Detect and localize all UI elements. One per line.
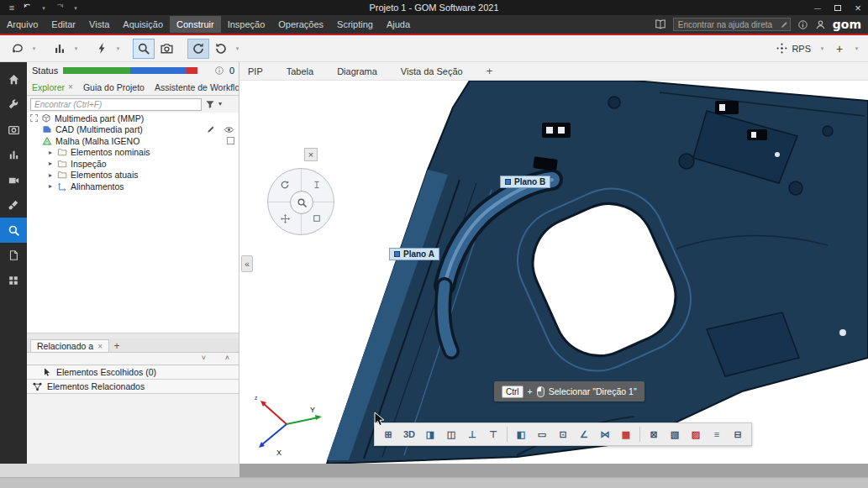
menu-item-vista[interactable]: Vista (82, 16, 116, 33)
construct-plane-3d-fit-button[interactable]: 3D (399, 425, 419, 443)
pan-move-icon[interactable] (279, 213, 291, 224)
filter-funnel-icon[interactable] (205, 99, 215, 109)
construct-plane-angle-button[interactable]: ∠ (574, 425, 594, 443)
histogram-button[interactable] (49, 39, 71, 59)
minimize-button[interactable]: — (808, 0, 828, 15)
close-icon[interactable]: × (97, 342, 103, 351)
tab-vista-da-secao[interactable]: Vista da Seção (401, 66, 463, 76)
undo-button[interactable] (21, 2, 34, 13)
frame-square-icon[interactable] (311, 213, 323, 224)
tab-tabela[interactable]: Tabela (287, 66, 313, 76)
zoom-tool-button[interactable] (133, 39, 155, 59)
measure-ibeam-icon[interactable] (311, 179, 323, 191)
menu-item-ajuda[interactable]: Ajuda (380, 16, 417, 33)
selection-tool-button[interactable] (7, 39, 29, 59)
add-view-dropdown[interactable]: ▾ (852, 39, 861, 59)
help-search-input[interactable] (673, 18, 791, 31)
construct-plane-through-line-button[interactable]: ⊤ (483, 425, 503, 443)
add-view-button[interactable]: + (829, 39, 850, 59)
menu-item-construir[interactable]: Construir (170, 16, 221, 33)
rail-tools-button[interactable] (0, 92, 27, 117)
related-item-escolhidos[interactable]: Elementos Escolhidos (0) (27, 365, 239, 380)
tab-diagrama[interactable]: Diagrama (337, 66, 377, 76)
rps-dropdown[interactable]: ▾ (818, 39, 827, 59)
root-checkbox[interactable] (30, 114, 38, 122)
expand-arrow-icon[interactable]: ▸ (47, 160, 54, 167)
construct-plane-mid-button[interactable]: ◫ (441, 425, 461, 443)
zoom-magnifier-icon[interactable] (290, 191, 313, 214)
feedback-icon[interactable] (797, 19, 808, 30)
flash-capture-dropdown[interactable]: ▾ (113, 39, 123, 59)
expand-arrow-icon[interactable]: ▸ (47, 171, 54, 179)
rail-sensor-button[interactable] (0, 117, 27, 142)
construct-plane-parallel-button[interactable]: ◧ (511, 425, 531, 443)
flash-capture-button[interactable] (91, 39, 113, 59)
selection-tool-dropdown[interactable]: ▾ (29, 39, 39, 59)
construct-plane-section-button[interactable]: ▦ (616, 425, 636, 443)
rail-home-button[interactable] (0, 66, 27, 92)
chevron-down-icon[interactable]: ▾ (218, 101, 222, 108)
rps-button[interactable]: RPS (771, 39, 816, 59)
rail-report-button[interactable] (0, 243, 27, 268)
add-related-tab-button[interactable]: + (109, 340, 124, 352)
tab-assistente-workflow[interactable]: Assistente de Workflo (150, 82, 239, 92)
account-icon[interactable] (815, 19, 826, 30)
construct-plane-intersection-button[interactable]: ⋈ (595, 425, 615, 443)
3d-canvas[interactable]: Plano B Plano A × « (239, 81, 868, 464)
tab-explorer[interactable]: Explorer × (27, 82, 78, 92)
histogram-dropdown[interactable]: ▾ (71, 39, 81, 59)
menu-item-scripting[interactable]: Scripting (330, 16, 380, 33)
info-icon[interactable] (214, 66, 224, 76)
construct-plane-grid-button[interactable]: ⊟ (728, 425, 748, 443)
collapse-panel-button[interactable]: « (241, 255, 253, 272)
add-viewport-tab-button[interactable]: + (487, 65, 493, 77)
redo-button[interactable] (53, 2, 66, 13)
visibility-eye-icon[interactable] (224, 124, 234, 135)
tree-row-root[interactable]: Multimedia part (MMP) (27, 113, 239, 124)
undo-dropdown[interactable]: ▾ (37, 2, 50, 13)
recalculate-button[interactable] (187, 39, 209, 59)
construct-plane-normal-button[interactable]: ▧ (665, 425, 685, 443)
rail-apps-button[interactable] (0, 268, 27, 293)
app-menu-button[interactable]: ≡ (5, 2, 18, 13)
label-plano-b[interactable]: Plano B (500, 176, 550, 188)
rail-inspect-button[interactable] (0, 218, 27, 243)
tree-row-inspecao[interactable]: ▸ Inspeção (27, 158, 239, 170)
navigation-widget[interactable] (267, 168, 334, 235)
construct-plane-offset-button[interactable]: ◨ (420, 425, 440, 443)
horizontal-scrollbar[interactable] (0, 464, 868, 477)
tree-row-elementos-atuais[interactable]: ▸ Elementos atuais (27, 170, 239, 181)
menu-item-inspecao[interactable]: Inspeção (221, 16, 272, 33)
explorer-search-input[interactable] (30, 98, 202, 111)
rail-video-button[interactable] (0, 167, 27, 192)
related-item-relacionados[interactable]: Elementos Relacionados (27, 380, 239, 394)
scrollbar-thumb[interactable] (239, 464, 868, 477)
menu-item-operacoes[interactable]: Operações (271, 16, 330, 33)
menu-item-aquisicao[interactable]: Aquisição (116, 16, 170, 33)
maximize-button[interactable] (828, 0, 848, 15)
tab-pip[interactable]: PIP (248, 66, 263, 76)
construct-plane-projection-button[interactable]: ⊡ (553, 425, 573, 443)
rail-probe-button[interactable] (0, 192, 27, 218)
close-icon[interactable]: × (68, 82, 73, 92)
redo-dropdown[interactable]: ▾ (69, 2, 82, 13)
close-button[interactable]: × (848, 0, 868, 15)
tree-row-elementos-nominais[interactable]: ▸ Elementos nominais (27, 147, 239, 159)
tab-relacionado-a[interactable]: Relacionado a × (30, 339, 109, 352)
construct-plane-mesh-button[interactable]: ▨ (686, 425, 706, 443)
construct-plane-list-button[interactable]: ≡ (707, 425, 727, 443)
construct-plane-point-button[interactable]: ⊞ (378, 425, 398, 443)
construct-plane-rectangle-button[interactable]: ▭ (532, 425, 552, 443)
menu-item-arquivo[interactable]: Arquivo (0, 16, 45, 33)
label-plano-a[interactable]: Plano A (389, 248, 439, 260)
rotate-icon[interactable] (279, 179, 291, 191)
construct-plane-cut-button[interactable]: ⊠ (644, 425, 664, 443)
rail-analysis-button[interactable] (0, 142, 27, 167)
snapshot-button[interactable] (155, 39, 177, 59)
tree-row-malha[interactable]: Malha (Malha IGENO (27, 135, 239, 147)
tab-guia-do-projeto[interactable]: Guia do Projeto (78, 82, 150, 92)
construct-plane-perpendicular-button[interactable]: ⊥ (462, 425, 482, 443)
collapse-all-button[interactable]: ˅ (202, 354, 206, 362)
help-book-icon[interactable] (655, 18, 666, 30)
mesh-visibility-checkbox[interactable] (227, 137, 234, 144)
